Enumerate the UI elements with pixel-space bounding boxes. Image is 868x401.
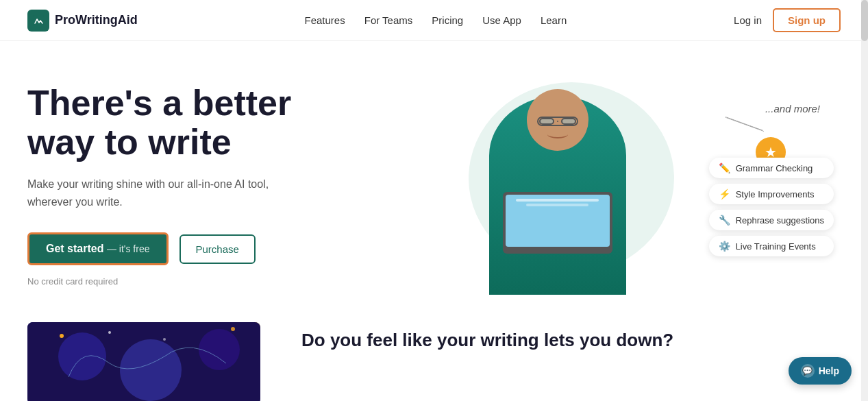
- brand-name: ProWritingAid: [55, 13, 138, 27]
- feature-pills: ✏️ Grammar Checking ⚡ Style Improvements…: [709, 158, 834, 256]
- hero-right: ★ ...and more! ✏️ Grammar Checking ⚡ Sty…: [434, 69, 841, 302]
- svg-point-5: [60, 334, 64, 338]
- feature-pill-rephrase: 🔧 Rephrase suggestions: [709, 210, 834, 230]
- person-illustration: [482, 75, 633, 295]
- svg-point-4: [199, 329, 240, 370]
- logo-icon: [27, 10, 49, 32]
- hero-buttons: Get started — it's free Purchase: [27, 232, 407, 265]
- bottom-section: Do you feel like your writing lets you d…: [0, 315, 868, 401]
- hero-title: There's a better way to write: [27, 84, 407, 162]
- nav-use-app[interactable]: Use App: [482, 14, 521, 26]
- more-line-decoration: [725, 117, 764, 132]
- person-laptop: [503, 192, 612, 254]
- scrollbar[interactable]: [861, 0, 868, 401]
- svg-point-7: [163, 338, 166, 341]
- grammar-icon: ✏️: [719, 162, 730, 173]
- and-more-text: ...and more!: [765, 103, 820, 114]
- help-button[interactable]: 💬 Help: [789, 357, 852, 385]
- training-icon: ⚙️: [719, 241, 730, 252]
- bottom-image: [27, 322, 260, 401]
- svg-point-3: [120, 339, 182, 401]
- nav-for-teams[interactable]: For Teams: [364, 14, 413, 26]
- svg-point-2: [58, 332, 106, 380]
- no-credit-text: No credit card required: [27, 276, 407, 287]
- nav-learn[interactable]: Learn: [541, 14, 567, 26]
- scrollbar-thumb[interactable]: [861, 0, 868, 41]
- svg-point-8: [231, 327, 235, 331]
- svg-point-6: [108, 331, 111, 334]
- bottom-heading: Do you feel like your writing lets you d…: [301, 329, 841, 352]
- style-icon: ⚡: [719, 189, 730, 199]
- feature-pill-style: ⚡ Style Improvements: [709, 184, 834, 204]
- nav-pricing[interactable]: Pricing: [432, 14, 463, 26]
- help-icon: 💬: [801, 364, 815, 378]
- nav-actions: Log in Sign up: [734, 8, 841, 32]
- hero-left: There's a better way to write Make your …: [27, 84, 434, 287]
- person-head: [527, 89, 588, 151]
- logo-link[interactable]: ProWritingAid: [27, 10, 138, 32]
- hero-section: There's a better way to write Make your …: [0, 41, 868, 315]
- navbar: ProWritingAid Features For Teams Pricing…: [0, 0, 868, 41]
- signup-button[interactable]: Sign up: [773, 8, 841, 32]
- get-started-button[interactable]: Get started — it's free: [27, 232, 169, 265]
- bottom-text: Do you feel like your writing lets you d…: [301, 322, 841, 352]
- nav-links: Features For Teams Pricing Use App Learn: [305, 14, 567, 27]
- rephrase-icon: 🔧: [719, 215, 730, 226]
- nav-features[interactable]: Features: [305, 14, 345, 26]
- purchase-button[interactable]: Purchase: [179, 234, 256, 264]
- laptop-screen: [506, 195, 610, 247]
- feature-pill-grammar: ✏️ Grammar Checking: [709, 158, 834, 178]
- hero-subtitle: Make your writing shine with our all-in-…: [27, 175, 288, 210]
- feature-pill-training: ⚙️ Live Training Events: [709, 236, 834, 256]
- login-button[interactable]: Log in: [734, 14, 762, 26]
